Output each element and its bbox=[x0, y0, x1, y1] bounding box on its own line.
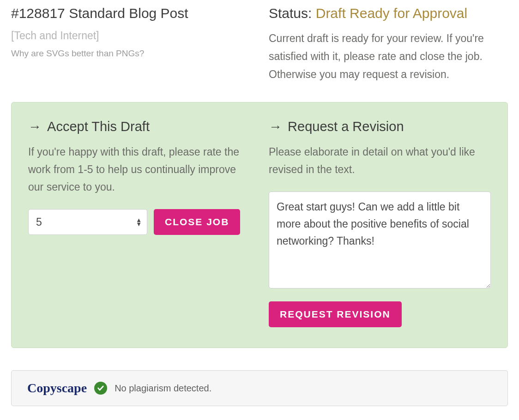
status-label: Status: bbox=[269, 6, 316, 21]
request-revision-button[interactable]: REQUEST REVISION bbox=[269, 301, 402, 327]
header-left: #128817 Standard Blog Post [Tech and Int… bbox=[11, 6, 250, 84]
status-description: Current draft is ready for your review. … bbox=[269, 30, 508, 84]
job-topic: Why are SVGs better than PNGs? bbox=[11, 48, 250, 59]
plagiarism-status: No plagiarism detected. bbox=[115, 383, 211, 394]
rating-wrapper: 5 ▲▼ bbox=[28, 209, 147, 235]
rating-select[interactable]: 5 bbox=[28, 209, 147, 235]
header-row: #128817 Standard Blog Post [Tech and Int… bbox=[11, 6, 508, 84]
status-line: Status: Draft Ready for Approval bbox=[269, 6, 508, 21]
copyscape-logo: Copyscape bbox=[27, 381, 87, 396]
revision-heading: → Request a Revision bbox=[269, 119, 491, 134]
revision-textarea[interactable] bbox=[269, 192, 491, 288]
accept-heading-text: Accept This Draft bbox=[47, 119, 150, 134]
page-title: #128817 Standard Blog Post bbox=[11, 6, 250, 21]
accept-description: If you're happy with this draft, please … bbox=[28, 144, 250, 196]
revision-description: Please elaborate in detail on what you'd… bbox=[269, 144, 491, 179]
accept-column: → Accept This Draft If you're happy with… bbox=[28, 119, 250, 327]
action-panel: → Accept This Draft If you're happy with… bbox=[11, 102, 508, 348]
status-value: Draft Ready for Approval bbox=[316, 6, 468, 21]
revision-column: → Request a Revision Please elaborate in… bbox=[269, 119, 491, 327]
revision-heading-text: Request a Revision bbox=[288, 119, 404, 134]
copyscape-bar: Copyscape No plagiarism detected. bbox=[11, 370, 508, 406]
accept-controls: 5 ▲▼ CLOSE JOB bbox=[28, 209, 250, 235]
header-right: Status: Draft Ready for Approval Current… bbox=[269, 6, 508, 84]
job-category: [Tech and Internet] bbox=[11, 30, 250, 42]
check-circle-icon bbox=[94, 382, 107, 395]
arrow-right-icon: → bbox=[28, 119, 47, 134]
arrow-right-icon: → bbox=[269, 119, 288, 134]
accept-heading: → Accept This Draft bbox=[28, 119, 250, 134]
close-job-button[interactable]: CLOSE JOB bbox=[154, 209, 240, 235]
